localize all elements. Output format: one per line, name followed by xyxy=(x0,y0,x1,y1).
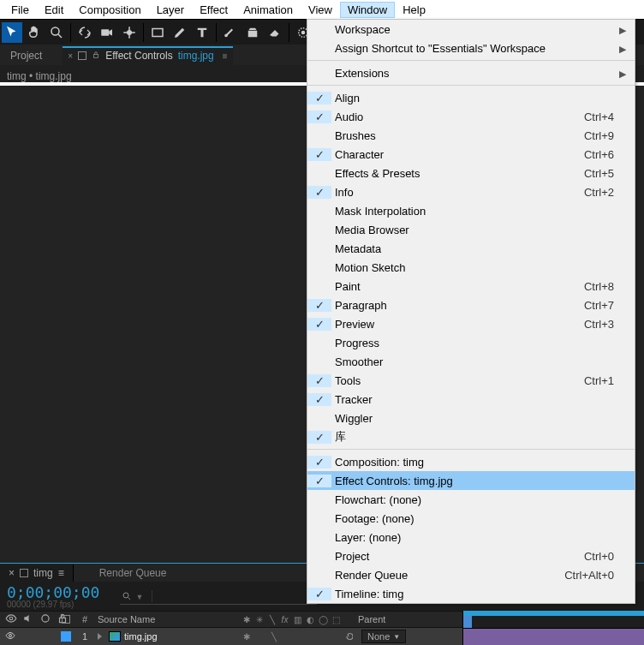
svg-rect-7 xyxy=(94,55,98,58)
svg-point-12 xyxy=(9,635,12,637)
menu-item[interactable]: Extensions▶ xyxy=(307,63,635,82)
layer-switch[interactable] xyxy=(255,631,265,642)
menu-item[interactable]: ✓InfoCtrl+2 xyxy=(307,182,635,201)
menu-composition[interactable]: Composition xyxy=(71,2,148,18)
layer-switch[interactable]: ╲ xyxy=(269,631,279,642)
pickwhip-icon[interactable] xyxy=(341,630,353,642)
collapse-switch-icon[interactable]: ✳ xyxy=(254,614,264,624)
menu-edit[interactable]: Edit xyxy=(37,2,71,18)
tab-effect-controls[interactable]: × Effect Controls timg.jpg ≡ xyxy=(63,46,232,65)
menu-effect[interactable]: Effect xyxy=(192,2,236,18)
menu-item[interactable]: ✓ParagraphCtrl+7 xyxy=(307,296,635,314)
menu-item[interactable]: PaintCtrl+8 xyxy=(307,277,635,296)
eraser-tool[interactable] xyxy=(265,22,285,43)
menu-view[interactable]: View xyxy=(301,2,340,18)
quality-switch-icon[interactable]: ╲ xyxy=(267,614,277,624)
lock-icon[interactable] xyxy=(92,50,100,62)
panel-menu-icon[interactable]: ≡ xyxy=(58,567,64,579)
svg-point-10 xyxy=(42,615,49,622)
menu-item[interactable]: ✓CharacterCtrl+6 xyxy=(307,145,635,164)
source-name-column-header[interactable]: Source Name xyxy=(98,614,155,624)
eye-column-icon[interactable] xyxy=(5,612,17,626)
menu-item[interactable]: Mask Interpolation xyxy=(307,201,635,220)
menu-item[interactable]: Progress xyxy=(307,333,635,352)
motion-blur-icon[interactable]: ◐ xyxy=(306,614,315,624)
menu-animation[interactable]: Animation xyxy=(236,2,301,18)
fx-switch-icon[interactable]: fx xyxy=(280,614,289,624)
menu-item[interactable]: ProjectCtrl+0 xyxy=(307,546,635,565)
layer-visibility-toggle[interactable] xyxy=(5,630,15,642)
menu-item[interactable]: ✓库 xyxy=(307,427,635,446)
layer-switch[interactable]: ✱ xyxy=(242,631,252,642)
layer-duration-bar[interactable] xyxy=(463,628,644,645)
menu-item[interactable]: Workspace▶ xyxy=(307,20,635,39)
menu-item[interactable]: ✓AudioCtrl+4 xyxy=(307,107,635,126)
timeline-ruler[interactable] xyxy=(462,611,644,645)
orbit-tool[interactable] xyxy=(75,22,95,43)
menu-item[interactable]: Motion Sketch xyxy=(307,258,635,277)
timeline-tab-render-queue[interactable]: Render Queue xyxy=(74,567,167,579)
timeline-tab-comp[interactable]: × timg ≡ xyxy=(0,564,74,582)
menu-item[interactable]: Effects & PresetsCtrl+5 xyxy=(307,164,635,182)
menu-item[interactable]: ✓PreviewCtrl+3 xyxy=(307,314,635,333)
layer-search-input[interactable]: ▼ xyxy=(120,588,317,605)
clone-stamp-tool[interactable] xyxy=(242,22,263,43)
brush-tool[interactable] xyxy=(220,22,241,43)
label-column-icon[interactable] xyxy=(62,615,70,624)
menu-item-label: Workspace xyxy=(331,23,614,36)
menu-item-label: Preview xyxy=(331,318,574,331)
3d-switch-icon[interactable]: ⬚ xyxy=(331,614,341,624)
parent-dropdown[interactable]: None ▼ xyxy=(361,630,406,643)
menu-layer[interactable]: Layer xyxy=(149,2,193,18)
hand-tool[interactable] xyxy=(24,22,45,43)
menu-item[interactable]: Smoother xyxy=(307,352,635,371)
menu-item[interactable]: Flowchart: (none) xyxy=(307,490,635,509)
menu-item[interactable]: ✓Timeline: timg xyxy=(307,584,635,603)
speaker-column-icon[interactable] xyxy=(22,612,34,626)
solo-column-icon[interactable] xyxy=(39,612,51,626)
close-icon[interactable]: × xyxy=(68,51,73,61)
menu-item[interactable]: Layer: (none) xyxy=(307,528,635,546)
menu-item[interactable]: Footage: (none) xyxy=(307,509,635,528)
menu-item[interactable]: ✓Composition: timg xyxy=(307,452,635,471)
layer-switch[interactable] xyxy=(283,631,293,642)
menu-item[interactable]: Media Browser xyxy=(307,220,635,239)
adjustment-icon[interactable]: ◯ xyxy=(319,614,328,624)
camera-tool[interactable] xyxy=(97,22,117,43)
check-icon: ✓ xyxy=(307,92,331,105)
pan-behind-tool[interactable] xyxy=(119,22,140,43)
menu-help[interactable]: Help xyxy=(395,2,433,18)
frame-blend-icon[interactable]: ▥ xyxy=(293,614,302,624)
menu-item[interactable]: Metadata xyxy=(307,239,635,258)
layer-label-color[interactable] xyxy=(61,631,71,642)
menu-item[interactable]: ✓Align xyxy=(307,88,635,107)
menu-item[interactable]: ✓Effect Controls: timg.jpg xyxy=(307,471,635,490)
menu-item[interactable]: Wiggler xyxy=(307,409,635,427)
menu-shortcut: Ctrl+2 xyxy=(574,186,614,199)
close-icon[interactable]: × xyxy=(9,567,15,579)
tab-project[interactable]: Project xyxy=(5,46,47,65)
menu-item[interactable]: ✓ToolsCtrl+1 xyxy=(307,371,635,390)
menu-item-label: Metadata xyxy=(331,242,614,255)
panel-menu-icon[interactable]: ≡ xyxy=(219,51,228,61)
twirl-icon[interactable] xyxy=(98,633,102,640)
current-timecode[interactable]: 0;00;00;00 xyxy=(0,583,106,601)
menu-item-label: Effect Controls: timg.jpg xyxy=(331,475,614,487)
type-tool[interactable] xyxy=(192,22,212,43)
svg-rect-3 xyxy=(152,28,163,36)
menu-item[interactable]: BrushesCtrl+9 xyxy=(307,126,635,145)
pen-tool[interactable] xyxy=(170,22,190,43)
menu-file[interactable]: File xyxy=(3,2,37,18)
menu-item-label: Character xyxy=(331,148,574,161)
menu-item-label: 库 xyxy=(331,429,614,445)
menu-window[interactable]: Window xyxy=(340,2,395,18)
playhead-handle[interactable] xyxy=(463,616,472,628)
selection-tool[interactable] xyxy=(2,22,22,43)
menu-item[interactable]: Assign Shortcut to "Essentials" Workspac… xyxy=(307,39,635,57)
shy-switch-icon[interactable]: ✱ xyxy=(242,614,251,624)
menu-item[interactable]: Render QueueCtrl+Alt+0 xyxy=(307,565,635,584)
menu-item-label: Audio xyxy=(331,110,574,123)
menu-item[interactable]: ✓Tracker xyxy=(307,390,635,409)
zoom-tool[interactable] xyxy=(46,22,67,43)
rectangle-tool[interactable] xyxy=(147,22,168,43)
